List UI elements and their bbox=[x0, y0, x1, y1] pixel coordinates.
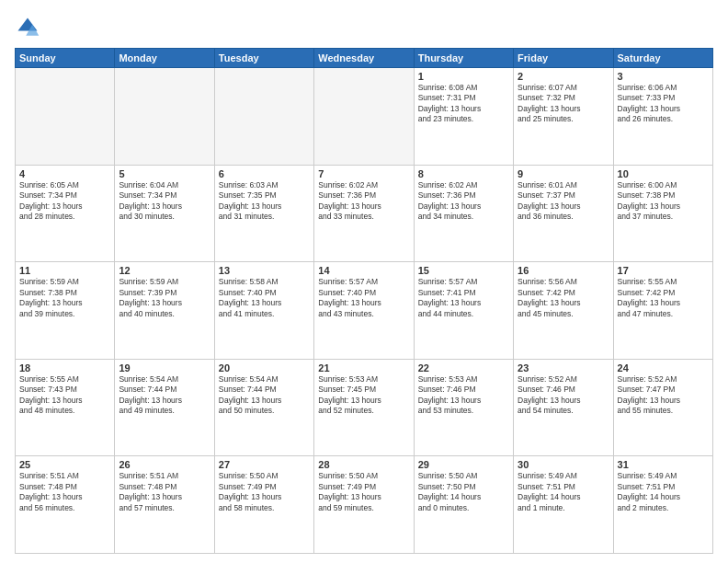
calendar-cell: 31Sunrise: 5:49 AM Sunset: 7:51 PM Dayli… bbox=[613, 456, 712, 554]
day-info: Sunrise: 5:52 AM Sunset: 7:46 PM Dayligh… bbox=[518, 374, 609, 417]
weekday-header-wednesday: Wednesday bbox=[314, 49, 414, 68]
day-number: 25 bbox=[19, 459, 110, 470]
day-number: 18 bbox=[19, 362, 110, 373]
day-number: 10 bbox=[618, 168, 709, 179]
day-info: Sunrise: 6:00 AM Sunset: 7:38 PM Dayligh… bbox=[618, 180, 709, 223]
day-number: 2 bbox=[518, 71, 609, 82]
day-info: Sunrise: 5:59 AM Sunset: 7:39 PM Dayligh… bbox=[119, 277, 210, 319]
day-number: 13 bbox=[219, 265, 310, 276]
day-number: 27 bbox=[219, 459, 310, 470]
calendar-cell: 26Sunrise: 5:51 AM Sunset: 7:48 PM Dayli… bbox=[115, 456, 214, 554]
calendar-cell bbox=[16, 68, 115, 166]
page: SundayMondayTuesdayWednesdayThursdayFrid… bbox=[0, 0, 728, 563]
day-number: 8 bbox=[418, 168, 509, 179]
week-row-4: 18Sunrise: 5:55 AM Sunset: 7:43 PM Dayli… bbox=[16, 359, 713, 456]
calendar-cell: 12Sunrise: 5:59 AM Sunset: 7:39 PM Dayli… bbox=[115, 262, 214, 360]
day-info: Sunrise: 6:08 AM Sunset: 7:31 PM Dayligh… bbox=[418, 83, 509, 125]
day-info: Sunrise: 5:55 AM Sunset: 7:42 PM Dayligh… bbox=[618, 277, 709, 319]
calendar-cell: 17Sunrise: 5:55 AM Sunset: 7:42 PM Dayli… bbox=[613, 262, 712, 360]
day-number: 16 bbox=[518, 265, 609, 276]
calendar-cell: 7Sunrise: 6:02 AM Sunset: 7:36 PM Daylig… bbox=[314, 165, 414, 262]
day-info: Sunrise: 5:49 AM Sunset: 7:51 PM Dayligh… bbox=[618, 471, 709, 513]
day-info: Sunrise: 5:58 AM Sunset: 7:40 PM Dayligh… bbox=[219, 277, 310, 319]
day-number: 31 bbox=[618, 459, 709, 470]
day-number: 7 bbox=[318, 168, 409, 179]
calendar-cell bbox=[214, 68, 313, 166]
calendar-cell: 13Sunrise: 5:58 AM Sunset: 7:40 PM Dayli… bbox=[214, 262, 313, 360]
calendar-cell: 6Sunrise: 6:03 AM Sunset: 7:35 PM Daylig… bbox=[214, 165, 313, 262]
day-number: 15 bbox=[418, 265, 509, 276]
day-info: Sunrise: 6:07 AM Sunset: 7:32 PM Dayligh… bbox=[518, 83, 609, 125]
day-info: Sunrise: 5:50 AM Sunset: 7:49 PM Dayligh… bbox=[219, 471, 310, 513]
day-info: Sunrise: 6:05 AM Sunset: 7:34 PM Dayligh… bbox=[19, 180, 110, 223]
day-info: Sunrise: 6:02 AM Sunset: 7:36 PM Dayligh… bbox=[318, 180, 409, 223]
day-number: 11 bbox=[19, 265, 110, 276]
weekday-header-friday: Friday bbox=[514, 49, 613, 68]
calendar-cell: 5Sunrise: 6:04 AM Sunset: 7:34 PM Daylig… bbox=[115, 165, 214, 262]
week-row-1: 1Sunrise: 6:08 AM Sunset: 7:31 PM Daylig… bbox=[16, 68, 713, 166]
weekday-header-thursday: Thursday bbox=[414, 49, 513, 68]
calendar-cell: 10Sunrise: 6:00 AM Sunset: 7:38 PM Dayli… bbox=[613, 165, 712, 262]
calendar-cell: 22Sunrise: 5:53 AM Sunset: 7:46 PM Dayli… bbox=[414, 359, 513, 456]
day-number: 14 bbox=[318, 265, 409, 276]
day-number: 4 bbox=[19, 168, 110, 179]
day-number: 21 bbox=[318, 362, 409, 373]
weekday-header-sunday: Sunday bbox=[16, 49, 115, 68]
day-info: Sunrise: 5:59 AM Sunset: 7:38 PM Dayligh… bbox=[19, 277, 110, 319]
day-number: 30 bbox=[518, 459, 609, 470]
calendar-cell: 28Sunrise: 5:50 AM Sunset: 7:49 PM Dayli… bbox=[314, 456, 414, 554]
day-info: Sunrise: 5:54 AM Sunset: 7:44 PM Dayligh… bbox=[119, 374, 210, 417]
calendar-cell: 29Sunrise: 5:50 AM Sunset: 7:50 PM Dayli… bbox=[414, 456, 513, 554]
weekday-header-monday: Monday bbox=[115, 49, 214, 68]
day-info: Sunrise: 6:04 AM Sunset: 7:34 PM Dayligh… bbox=[119, 180, 210, 223]
day-info: Sunrise: 5:51 AM Sunset: 7:48 PM Dayligh… bbox=[19, 471, 110, 513]
day-number: 19 bbox=[119, 362, 210, 373]
day-info: Sunrise: 6:01 AM Sunset: 7:37 PM Dayligh… bbox=[518, 180, 609, 223]
day-number: 28 bbox=[318, 459, 409, 470]
weekday-header-saturday: Saturday bbox=[613, 49, 712, 68]
day-info: Sunrise: 5:56 AM Sunset: 7:42 PM Dayligh… bbox=[518, 277, 609, 319]
day-number: 20 bbox=[219, 362, 310, 373]
day-info: Sunrise: 6:02 AM Sunset: 7:36 PM Dayligh… bbox=[418, 180, 509, 223]
day-info: Sunrise: 5:57 AM Sunset: 7:41 PM Dayligh… bbox=[418, 277, 509, 319]
calendar-cell: 20Sunrise: 5:54 AM Sunset: 7:44 PM Dayli… bbox=[214, 359, 313, 456]
week-row-5: 25Sunrise: 5:51 AM Sunset: 7:48 PM Dayli… bbox=[16, 456, 713, 554]
calendar-table: SundayMondayTuesdayWednesdayThursdayFrid… bbox=[15, 48, 713, 554]
day-info: Sunrise: 5:50 AM Sunset: 7:49 PM Dayligh… bbox=[318, 471, 409, 513]
calendar-cell: 9Sunrise: 6:01 AM Sunset: 7:37 PM Daylig… bbox=[514, 165, 613, 262]
day-info: Sunrise: 5:53 AM Sunset: 7:45 PM Dayligh… bbox=[318, 374, 409, 417]
day-info: Sunrise: 5:53 AM Sunset: 7:46 PM Dayligh… bbox=[418, 374, 509, 417]
day-info: Sunrise: 5:49 AM Sunset: 7:51 PM Dayligh… bbox=[518, 471, 609, 513]
calendar-cell bbox=[115, 68, 214, 166]
weekday-header-tuesday: Tuesday bbox=[214, 49, 313, 68]
calendar-cell: 11Sunrise: 5:59 AM Sunset: 7:38 PM Dayli… bbox=[16, 262, 115, 360]
day-number: 5 bbox=[119, 168, 210, 179]
day-info: Sunrise: 6:03 AM Sunset: 7:35 PM Dayligh… bbox=[219, 180, 310, 223]
day-info: Sunrise: 5:51 AM Sunset: 7:48 PM Dayligh… bbox=[119, 471, 210, 513]
calendar-cell: 3Sunrise: 6:06 AM Sunset: 7:33 PM Daylig… bbox=[613, 68, 712, 166]
day-number: 9 bbox=[518, 168, 609, 179]
weekday-header-row: SundayMondayTuesdayWednesdayThursdayFrid… bbox=[16, 49, 713, 68]
day-info: Sunrise: 5:52 AM Sunset: 7:47 PM Dayligh… bbox=[618, 374, 709, 417]
calendar-cell: 16Sunrise: 5:56 AM Sunset: 7:42 PM Dayli… bbox=[514, 262, 613, 360]
calendar-cell: 1Sunrise: 6:08 AM Sunset: 7:31 PM Daylig… bbox=[414, 68, 513, 166]
calendar-cell: 15Sunrise: 5:57 AM Sunset: 7:41 PM Dayli… bbox=[414, 262, 513, 360]
calendar-cell: 24Sunrise: 5:52 AM Sunset: 7:47 PM Dayli… bbox=[613, 359, 712, 456]
logo bbox=[15, 15, 44, 40]
day-info: Sunrise: 5:55 AM Sunset: 7:43 PM Dayligh… bbox=[19, 374, 110, 417]
calendar-cell: 4Sunrise: 6:05 AM Sunset: 7:34 PM Daylig… bbox=[16, 165, 115, 262]
day-number: 29 bbox=[418, 459, 509, 470]
day-number: 1 bbox=[418, 71, 509, 82]
calendar-cell: 30Sunrise: 5:49 AM Sunset: 7:51 PM Dayli… bbox=[514, 456, 613, 554]
day-number: 22 bbox=[418, 362, 509, 373]
day-number: 24 bbox=[618, 362, 709, 373]
calendar-cell: 8Sunrise: 6:02 AM Sunset: 7:36 PM Daylig… bbox=[414, 165, 513, 262]
calendar-cell: 18Sunrise: 5:55 AM Sunset: 7:43 PM Dayli… bbox=[16, 359, 115, 456]
calendar-cell: 27Sunrise: 5:50 AM Sunset: 7:49 PM Dayli… bbox=[214, 456, 313, 554]
header bbox=[15, 15, 713, 40]
day-number: 17 bbox=[618, 265, 709, 276]
calendar-cell: 14Sunrise: 5:57 AM Sunset: 7:40 PM Dayli… bbox=[314, 262, 414, 360]
day-info: Sunrise: 6:06 AM Sunset: 7:33 PM Dayligh… bbox=[618, 83, 709, 125]
calendar-cell: 2Sunrise: 6:07 AM Sunset: 7:32 PM Daylig… bbox=[514, 68, 613, 166]
logo-icon bbox=[15, 15, 40, 40]
